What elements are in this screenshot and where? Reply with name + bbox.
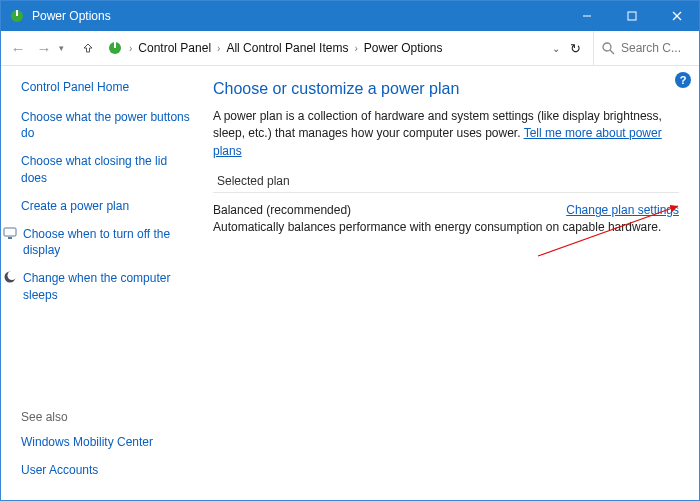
search-input[interactable]: Search C... <box>593 31 693 65</box>
svg-rect-3 <box>628 12 636 20</box>
main-panel: ? Choose or customize a power plan A pow… <box>203 66 699 500</box>
window-controls <box>564 1 699 31</box>
svg-rect-1 <box>16 10 18 16</box>
control-panel-home-link[interactable]: Control Panel Home <box>21 80 193 94</box>
selected-plan-label: Selected plan <box>213 174 679 193</box>
monitor-icon <box>3 226 19 240</box>
sidebar-link-closing-lid[interactable]: Choose what closing the lid does <box>21 153 193 185</box>
breadcrumb-seg[interactable]: All Control Panel Items <box>226 41 348 55</box>
svg-rect-7 <box>114 42 116 48</box>
help-icon[interactable]: ? <box>675 72 691 88</box>
page-description: A power plan is a collection of hardware… <box>213 108 679 160</box>
chevron-right-icon: › <box>215 43 222 54</box>
app-icon <box>9 8 25 24</box>
history-dropdown[interactable]: ▾ <box>59 43 73 53</box>
see-also-label: See also <box>21 410 193 424</box>
minimize-button[interactable] <box>564 1 609 31</box>
close-button[interactable] <box>654 1 699 31</box>
control-panel-icon <box>107 40 123 56</box>
search-icon <box>602 42 615 55</box>
sidebar-link-power-buttons[interactable]: Choose what the power buttons do <box>21 109 193 141</box>
change-plan-settings-link[interactable]: Change plan settings <box>566 203 679 217</box>
breadcrumb-seg[interactable]: Power Options <box>364 41 443 55</box>
svg-point-13 <box>8 271 17 280</box>
sidebar: Control Panel Home Choose what the power… <box>1 66 203 500</box>
breadcrumb[interactable]: › Control Panel › All Control Panel Item… <box>103 40 589 56</box>
moon-icon <box>3 270 19 284</box>
sidebar-link-mobility-center[interactable]: Windows Mobility Center <box>21 434 193 450</box>
window-title: Power Options <box>32 9 564 23</box>
chevron-right-icon: › <box>352 43 359 54</box>
refresh-button[interactable]: ↻ <box>570 41 581 56</box>
page-heading: Choose or customize a power plan <box>213 80 679 98</box>
forward-button[interactable]: → <box>33 40 55 57</box>
window-titlebar: Power Options <box>1 1 699 31</box>
sidebar-link-user-accounts[interactable]: User Accounts <box>21 462 193 478</box>
up-button[interactable] <box>77 37 99 59</box>
svg-rect-11 <box>8 237 12 239</box>
svg-rect-10 <box>4 228 16 236</box>
search-placeholder: Search C... <box>621 41 681 55</box>
breadcrumb-seg[interactable]: Control Panel <box>138 41 211 55</box>
chevron-right-icon: › <box>127 43 134 54</box>
sidebar-link-computer-sleeps[interactable]: Change when the computer sleeps <box>3 270 193 302</box>
svg-line-9 <box>610 50 614 54</box>
sidebar-link-create-plan[interactable]: Create a power plan <box>21 198 193 214</box>
plan-description: Automatically balances performance with … <box>213 220 679 234</box>
svg-point-8 <box>603 43 611 51</box>
navigation-toolbar: ← → ▾ › Control Panel › All Control Pane… <box>1 31 699 66</box>
plan-name: Balanced (recommended) <box>213 203 351 217</box>
back-button[interactable]: ← <box>7 40 29 57</box>
maximize-button[interactable] <box>609 1 654 31</box>
breadcrumb-dropdown[interactable]: ⌄ <box>552 43 560 54</box>
sidebar-link-turn-off-display[interactable]: Choose when to turn off the display <box>3 226 193 258</box>
